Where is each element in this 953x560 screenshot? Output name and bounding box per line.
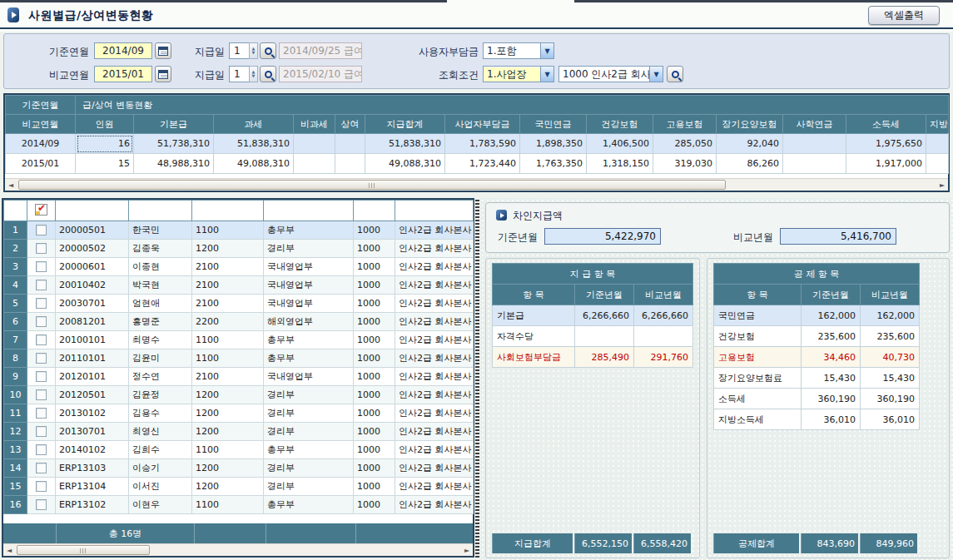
row-checkbox[interactable] bbox=[36, 298, 47, 309]
query-condition-select[interactable]: 1.사업장 ▼ bbox=[483, 66, 554, 82]
deduction-item[interactable]: 소득세 bbox=[714, 389, 802, 409]
employee-row-checkbox-cell[interactable] bbox=[27, 240, 56, 258]
employee-row-checkbox-cell[interactable] bbox=[27, 276, 56, 295]
base-payday-input[interactable]: 1 bbox=[229, 42, 250, 59]
summary-value[interactable]: 1,406,500 bbox=[587, 134, 653, 154]
employee-row-checkbox-cell[interactable] bbox=[27, 459, 56, 478]
employee-cell[interactable]: 20140102 bbox=[56, 441, 129, 459]
employee-cell[interactable]: 해외영업부 bbox=[264, 313, 354, 331]
employee-cell[interactable]: 20110101 bbox=[56, 349, 129, 368]
summary-value[interactable] bbox=[335, 154, 365, 174]
employee-cell[interactable]: 1200 bbox=[192, 240, 264, 258]
summary-value[interactable]: 1,763,350 bbox=[520, 154, 587, 174]
summary-col-header[interactable]: 지방소득세 bbox=[926, 115, 949, 134]
employee-cell[interactable]: 경리부 bbox=[264, 459, 354, 478]
employee-cell[interactable]: 1000 bbox=[354, 276, 395, 295]
employee-cell[interactable]: 20120501 bbox=[56, 386, 129, 404]
employee-cell[interactable]: 2100 bbox=[192, 258, 264, 276]
summary-col-header[interactable]: 국민연금 bbox=[520, 115, 587, 134]
employee-row-checkbox-cell[interactable] bbox=[27, 386, 56, 404]
summary-value[interactable]: 49,088,310 bbox=[214, 154, 294, 174]
row-checkbox[interactable] bbox=[36, 408, 47, 419]
employee-cell[interactable]: 총무부 bbox=[264, 496, 354, 514]
employee-row-checkbox-cell[interactable] bbox=[27, 295, 56, 313]
summary-col-header[interactable]: 사학연금 bbox=[783, 115, 846, 134]
employee-cell[interactable]: 김윤미 bbox=[129, 349, 192, 368]
employee-cell[interactable]: 20120101 bbox=[56, 368, 129, 386]
employee-cell[interactable]: 이서진 bbox=[129, 478, 192, 496]
employee-cell[interactable]: 1000 bbox=[354, 459, 395, 478]
summary-col-header[interactable]: 고용보험 bbox=[653, 115, 717, 134]
employee-cell[interactable]: 인사2급 회사본사 bbox=[395, 459, 474, 478]
employee-cell[interactable]: 국내영업부 bbox=[264, 276, 354, 295]
employee-hscrollbar[interactable]: ◄ ► bbox=[3, 543, 473, 556]
summary-value[interactable]: 92,040 bbox=[717, 134, 783, 154]
compare-month-input[interactable]: 2015/01 bbox=[94, 66, 152, 82]
employee-cell[interactable]: 인사2급 회사본사 bbox=[395, 386, 474, 404]
summary-col-header[interactable]: 지급합계 bbox=[365, 115, 445, 134]
employee-cell[interactable]: 1000 bbox=[354, 368, 395, 386]
employee-cell[interactable]: 2100 bbox=[192, 295, 264, 313]
summary-value[interactable] bbox=[294, 154, 335, 174]
employee-cell[interactable]: 1200 bbox=[192, 459, 264, 478]
employee-cell[interactable]: 인사2급 회사본사 bbox=[395, 441, 474, 459]
row-checkbox[interactable] bbox=[36, 426, 47, 437]
employee-row-checkbox-cell[interactable] bbox=[27, 221, 56, 240]
summary-col-header[interactable]: 인원 bbox=[76, 115, 134, 134]
employee-cell[interactable]: 1000 bbox=[354, 349, 395, 368]
employee-col-header[interactable]: 부서명 bbox=[264, 201, 354, 221]
employee-row-checkbox-cell[interactable] bbox=[27, 423, 56, 441]
worksite-select[interactable]: 1000 인사2급 회사본.. ▼ bbox=[558, 66, 663, 82]
deduction-item[interactable]: 지방소득세 bbox=[714, 409, 802, 430]
summary-value[interactable] bbox=[294, 134, 335, 154]
employee-cell[interactable]: 경리부 bbox=[264, 240, 354, 258]
summary-col-header[interactable]: 장기요양보험 bbox=[717, 115, 783, 134]
summary-col-header[interactable]: 소득세 bbox=[846, 115, 926, 134]
employee-cell[interactable]: 20000502 bbox=[56, 240, 129, 258]
employee-cell[interactable]: 1100 bbox=[192, 441, 264, 459]
summary-col-header[interactable]: 기본급 bbox=[134, 115, 214, 134]
employee-cell[interactable]: 경리부 bbox=[264, 386, 354, 404]
deduction-item[interactable]: 국민연금 bbox=[714, 305, 802, 326]
employee-cell[interactable]: 1000 bbox=[354, 331, 395, 349]
row-checkbox[interactable] bbox=[36, 225, 47, 235]
employee-cell[interactable]: 1000 bbox=[354, 496, 395, 514]
summary-col-header[interactable]: 사업자부담금 bbox=[445, 115, 520, 134]
employee-cell[interactable]: 인사2급 회사본사 bbox=[395, 478, 474, 496]
employee-cell[interactable]: 1200 bbox=[192, 478, 264, 496]
summary-value[interactable]: 15 bbox=[76, 154, 134, 174]
summary-value[interactable] bbox=[335, 134, 365, 154]
row-checkbox[interactable] bbox=[36, 499, 47, 510]
base-payday-spinner[interactable]: ▲▼ bbox=[249, 42, 258, 59]
row-checkbox[interactable] bbox=[36, 389, 47, 400]
row-checkbox[interactable] bbox=[36, 463, 47, 473]
employee-cell[interactable]: 20130102 bbox=[56, 404, 129, 423]
employee-cell[interactable]: 경리부 bbox=[264, 423, 354, 441]
row-checkbox[interactable] bbox=[36, 444, 47, 455]
select-all-header[interactable] bbox=[27, 201, 56, 221]
payment-item[interactable]: 기본급 bbox=[493, 305, 575, 326]
employee-cell[interactable]: 국내영업부 bbox=[264, 368, 354, 386]
summary-value[interactable]: 285,050 bbox=[653, 134, 717, 154]
summary-value[interactable]: 86,260 bbox=[717, 154, 783, 174]
summary-value[interactable]: 16 bbox=[76, 134, 134, 154]
employee-cell[interactable]: 20130701 bbox=[56, 423, 129, 441]
employee-cell[interactable]: 1000 bbox=[354, 478, 395, 496]
employee-cell[interactable]: 총무부 bbox=[264, 441, 354, 459]
employee-cell[interactable]: 1000 bbox=[354, 295, 395, 313]
summary-value[interactable] bbox=[783, 154, 846, 174]
employee-cell[interactable]: 인사2급 회사본사 bbox=[395, 496, 474, 514]
base-month-calendar-button[interactable] bbox=[155, 42, 171, 59]
employee-cell[interactable]: 김종욱 bbox=[129, 240, 192, 258]
scroll-right-icon[interactable]: ► bbox=[461, 545, 473, 556]
employee-cell[interactable]: 1000 bbox=[354, 258, 395, 276]
base-payday-search-button[interactable] bbox=[260, 42, 276, 59]
summary-value[interactable]: 51,838,310 bbox=[214, 134, 294, 154]
employee-cell[interactable]: 국내영업부 bbox=[264, 295, 354, 313]
deduction-item[interactable]: 건강보험 bbox=[714, 326, 802, 347]
employee-cell[interactable]: 20081201 bbox=[56, 313, 129, 331]
employee-row-checkbox-cell[interactable] bbox=[27, 478, 56, 496]
employee-row-checkbox-cell[interactable] bbox=[27, 313, 56, 331]
employee-cell[interactable]: ERP13103 bbox=[56, 459, 129, 478]
summary-value[interactable]: 1,783,590 bbox=[445, 134, 520, 154]
